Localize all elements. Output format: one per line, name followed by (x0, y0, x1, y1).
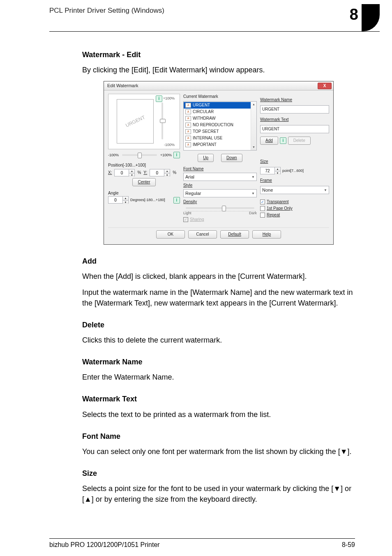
list-item[interactable]: AWITHDRAW (184, 115, 251, 122)
hslider-max-label: +100% (160, 153, 172, 158)
x-stepper[interactable]: ▲▼ (114, 169, 135, 176)
size-input[interactable] (261, 167, 274, 174)
ok-button[interactable]: OK (156, 230, 185, 239)
watermark-listbox[interactable]: ▲▼ AURGENT ACIRCULAR AWITHDRAW ANO REPRO… (183, 101, 257, 151)
watermark-glyph-icon: A (185, 142, 191, 147)
close-button[interactable]: X (318, 83, 332, 89)
angle-stepper[interactable]: ▲▼ (108, 196, 129, 204)
x-input[interactable] (115, 169, 129, 176)
watermark-text-input[interactable]: URGENT (260, 125, 329, 133)
list-item[interactable]: AINTERNAL USE (184, 135, 251, 141)
delete-text: Clicks this to delete the current waterm… (82, 335, 355, 345)
y-input[interactable] (150, 169, 164, 176)
first-page-checkbox[interactable] (260, 206, 265, 211)
heading-font-name: Font Name (82, 431, 355, 442)
vslider-max-label: +100% (163, 96, 175, 101)
info-icon[interactable]: i (280, 137, 286, 144)
list-item[interactable]: ANO REPRODUCTION (184, 122, 251, 128)
density-label: Density (183, 199, 257, 205)
frame-label: Frame (260, 178, 329, 183)
size-stepper[interactable]: ▲▼ (260, 167, 281, 174)
watermark-text-label: Watermark Text (260, 117, 329, 123)
font-name-text: You can select only one font per waterma… (82, 447, 355, 457)
sharing-label: Sharing (190, 217, 204, 222)
first-page-label: 1st Page Only (267, 206, 293, 211)
heading-delete: Delete (82, 320, 355, 330)
chevron-up-icon[interactable]: ▲ (275, 167, 280, 171)
transparent-label: Transparent (267, 199, 289, 205)
chevron-down-icon[interactable]: ▼ (164, 174, 170, 177)
position-label: Position[-100...+100] (108, 162, 180, 168)
list-item[interactable]: ATOP SECRET (184, 128, 251, 135)
chevron-down-icon: ▼ (251, 175, 255, 179)
info-icon[interactable]: i (173, 152, 180, 158)
chevron-up-icon[interactable]: ▲ (123, 197, 128, 200)
angle-input[interactable] (108, 197, 122, 203)
size-label: Size (260, 159, 329, 164)
heading-size: Size (82, 468, 355, 479)
current-watermark-label: Current Watermark (183, 94, 257, 100)
intro-text: By clicking the [Edit], [Edit Watermark]… (82, 65, 355, 75)
chapter-tab-shape (362, 4, 380, 31)
vslider-min-label: -100% (164, 142, 175, 148)
watermark-glyph-icon: A (185, 103, 191, 108)
horizontal-slider[interactable] (122, 154, 157, 156)
watermark-glyph-icon: A (185, 136, 191, 141)
edit-watermark-dialog: Edit Watermark X i +100% URGENT -100% -1… (104, 81, 334, 245)
x-pct: % (137, 170, 141, 176)
size-range: point[7...600] (282, 168, 304, 174)
y-label: Y: (143, 170, 147, 176)
watermark-name-input[interactable]: URGENT (260, 105, 329, 114)
chevron-up-icon[interactable]: ▲ (251, 102, 256, 107)
watermark-text-text: Selects the text to be printed as a wate… (82, 410, 355, 420)
cancel-button[interactable]: Cancel (188, 230, 217, 239)
info-icon[interactable]: i (173, 197, 180, 204)
down-button[interactable]: Down (221, 154, 242, 162)
sharing-checkbox: ✓ (183, 217, 188, 222)
list-item[interactable]: AURGENT (184, 102, 251, 109)
font-name-select[interactable]: Arial▼ (183, 173, 257, 181)
heading-add: Add (82, 256, 355, 266)
footer-rule (49, 538, 355, 539)
y-pct: % (173, 170, 176, 176)
list-item[interactable]: AIMPORTANT (184, 141, 251, 148)
y-stepper[interactable]: ▲▼ (150, 169, 170, 176)
footer-right: 8-59 (342, 541, 355, 549)
dialog-title: Edit Watermark (107, 83, 138, 89)
style-select[interactable]: Regular▼ (183, 189, 257, 197)
watermark-glyph-icon: A (185, 123, 191, 127)
angle-label: Angle (108, 190, 165, 196)
chevron-down-icon: ▼ (251, 191, 255, 196)
delete-button[interactable]: Delete (288, 137, 311, 145)
chevron-down-icon[interactable]: ▼ (129, 174, 134, 177)
density-slider[interactable] (186, 207, 254, 209)
chevron-down-icon[interactable]: ▼ (123, 201, 128, 204)
chevron-up-icon[interactable]: ▲ (164, 169, 170, 173)
default-button[interactable]: Default (220, 230, 249, 239)
preview-box: i +100% URGENT -100% (108, 94, 180, 149)
watermark-name-text: Enter the Watermark Name. (82, 372, 355, 382)
up-button[interactable]: Up (198, 154, 214, 162)
chevron-down-icon[interactable]: ▼ (251, 144, 256, 150)
chapter-badge: 8 (350, 4, 380, 31)
vertical-slider[interactable] (161, 102, 163, 139)
scrollbar[interactable]: ▲▼ (251, 102, 256, 150)
watermark-glyph-icon: A (185, 129, 191, 134)
heading-watermark-text: Watermark Text (82, 394, 355, 404)
info-icon[interactable]: i (156, 95, 162, 102)
chevron-down-icon[interactable]: ▼ (275, 171, 280, 175)
header-left: PCL Printer Driver Setting (Windows) (49, 4, 164, 15)
repeat-checkbox[interactable] (260, 213, 265, 218)
transparent-checkbox[interactable]: ✓ (260, 199, 265, 204)
watermark-name-label: Watermark Name (260, 97, 329, 103)
help-button[interactable]: Help (252, 230, 281, 239)
list-item[interactable]: ACIRCULAR (184, 109, 251, 115)
repeat-label: Repeat (267, 212, 280, 218)
hslider-min-label: -100% (108, 153, 119, 158)
chevron-up-icon[interactable]: ▲ (129, 169, 134, 173)
frame-select[interactable]: None▼ (260, 186, 329, 194)
font-name-label: Font Name (183, 166, 257, 172)
add-button[interactable]: Add (260, 137, 278, 145)
center-button[interactable]: Center (132, 178, 155, 186)
preview-thumbnail: URGENT (117, 99, 154, 144)
